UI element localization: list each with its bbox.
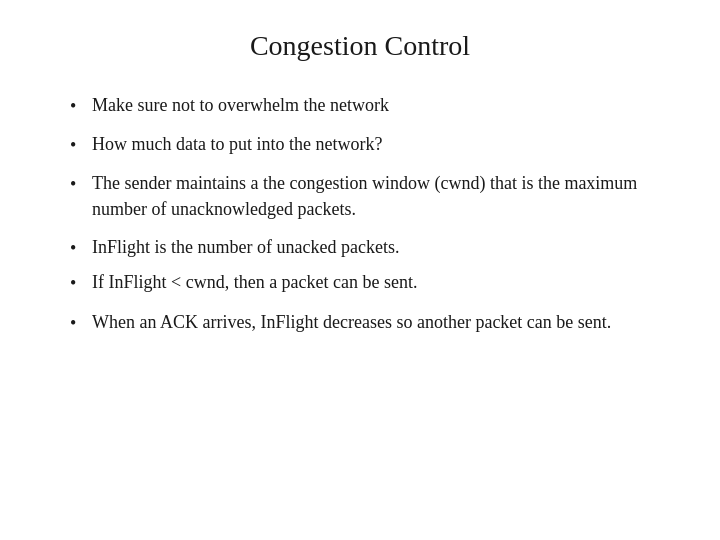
list-item: • Make sure not to overwhelm the network (70, 92, 670, 119)
bullet-symbol: • (70, 92, 92, 119)
item-text-1: Make sure not to overwhelm the network (92, 92, 670, 118)
list-item: • When an ACK arrives, InFlight decrease… (70, 309, 670, 336)
bullet-symbol: • (70, 234, 92, 261)
item-text-6: When an ACK arrives, InFlight decreases … (92, 309, 670, 335)
item-text-2: How much data to put into the network? (92, 131, 670, 157)
item-text-3: The sender maintains a the congestion wi… (92, 170, 670, 222)
item-text-4: InFlight is the number of unacked packet… (92, 234, 670, 260)
list-item: • How much data to put into the network? (70, 131, 670, 158)
item-text-5: If InFlight < cwnd, then a packet can be… (92, 269, 670, 295)
bullet-list: • Make sure not to overwhelm the network… (70, 92, 670, 336)
bullet-symbol: • (70, 131, 92, 158)
list-item: • If InFlight < cwnd, then a packet can … (70, 269, 670, 296)
bullet-symbol: • (70, 269, 92, 296)
bullet-symbol: • (70, 309, 92, 336)
list-item: • InFlight is the number of unacked pack… (70, 234, 670, 261)
bullet-symbol: • (70, 170, 92, 197)
list-item: • The sender maintains a the congestion … (70, 170, 670, 222)
content-area: • Make sure not to overwhelm the network… (50, 92, 670, 348)
page-title: Congestion Control (50, 30, 670, 62)
